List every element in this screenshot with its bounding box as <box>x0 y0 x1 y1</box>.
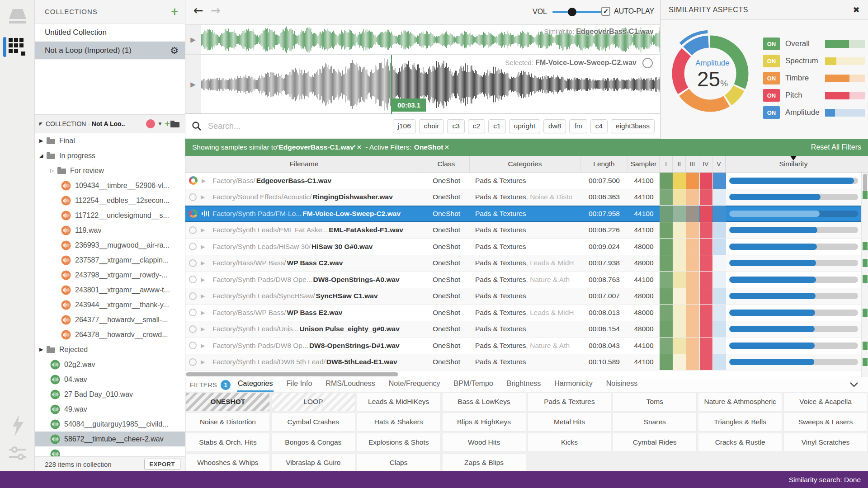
tree-folder-item[interactable]: ▶Rejected <box>35 342 185 357</box>
tree-expand-arrow[interactable]: ◢ <box>39 153 47 159</box>
aspect-weight-slider[interactable] <box>825 109 865 117</box>
column-header-class[interactable]: Class <box>423 156 470 172</box>
collapse-panel-chevron-icon[interactable] <box>850 382 858 387</box>
collection-color-dot[interactable] <box>146 119 155 128</box>
tree-file-item[interactable]: 27 Bad Day_010.wav <box>35 387 185 402</box>
search-tag-chip[interactable]: dw8 <box>543 119 566 133</box>
category-button[interactable]: Whooshes & Whips <box>186 454 269 472</box>
filter-tab-file-info[interactable]: File Info <box>285 378 313 392</box>
filter-tab-rms-loudness[interactable]: RMS/Loudness <box>325 378 376 392</box>
search-tag-chip[interactable]: choir <box>419 119 444 133</box>
search-tag-chip[interactable]: j106 <box>393 119 416 133</box>
category-button[interactable]: Zaps & Blips <box>443 454 526 472</box>
row-play-icon[interactable]: ▶ <box>201 343 205 349</box>
category-button[interactable]: Claps <box>357 454 440 472</box>
collection-item-selected[interactable]: Not a Loop (Imported) (1) ⚙ <box>35 42 185 60</box>
tree-folder-item[interactable]: ▶Final <box>35 133 185 148</box>
remove-similarity-filter-icon[interactable]: ✕ <box>356 144 362 151</box>
play-selected-button[interactable]: ▶ <box>185 55 201 113</box>
export-button[interactable]: EXPORT <box>144 459 180 470</box>
category-button[interactable]: Metal Hits <box>528 413 611 431</box>
row-select-circle[interactable] <box>189 342 197 349</box>
aspect-weight-slider[interactable] <box>825 40 865 48</box>
row-select-circle[interactable] <box>189 309 197 316</box>
table-row[interactable]: Factory/Synth Pads/FM-Lo...FM-Voice-Low-… <box>185 206 868 222</box>
column-header-length[interactable]: Length <box>580 156 628 172</box>
row-select-circle[interactable] <box>189 243 197 250</box>
tree-file-item[interactable]: 58672__timtube__cheer-2.wav <box>35 432 185 446</box>
tree-expand-arrow[interactable]: ▶ <box>39 347 47 352</box>
table-row[interactable]: ▶Factory/Synth Leads/EML Fat Aske...EML-… <box>185 222 868 239</box>
aspect-on-toggle[interactable]: ON <box>763 106 780 119</box>
heat-column-letter[interactable]: IV <box>699 156 712 172</box>
add-folder-button[interactable]: + <box>165 119 179 129</box>
column-header-filename[interactable]: Filename <box>185 156 423 172</box>
tree-file-item[interactable]: 54084__guitarguy1985__civild... <box>35 417 185 432</box>
tree-expand-arrow[interactable]: ▶ <box>39 138 47 144</box>
aspect-weight-slider[interactable] <box>825 57 865 65</box>
aspect-on-toggle[interactable]: ON <box>763 89 780 102</box>
tree-file-item[interactable]: 117122__unclesigmund__s... <box>35 208 185 223</box>
vertical-scrollbar[interactable] <box>861 173 868 377</box>
category-button[interactable]: Cymbal Crashes <box>272 413 355 431</box>
row-play-icon[interactable]: ▶ <box>201 227 205 233</box>
remove-oneshot-filter-icon[interactable]: ✕ <box>444 144 449 151</box>
table-row[interactable]: ▶Factory/Synth Leads/DW8 5th Lead/ DW8-5… <box>185 354 868 371</box>
tree-file-item[interactable]: 119.wav <box>35 223 185 238</box>
filter-tab-bpm-tempo[interactable]: BPM/Tempo <box>453 378 494 392</box>
autoplay-control[interactable]: ✓ AUTO-PLAY <box>601 7 654 16</box>
lightning-icon[interactable] <box>0 415 35 436</box>
collection-tree-header[interactable]: ◤ COLLECTION - Not A Loo.. ▼ + <box>35 114 185 133</box>
column-header-heat[interactable]: IIIIIIIVV <box>660 156 726 172</box>
tree-file-item[interactable]: 236993__mugwood__air-ra... <box>35 238 185 253</box>
search-tag-chip[interactable]: upright <box>509 119 540 133</box>
table-row[interactable]: ▶Factory/Bass/WP Bass/ WP Bass E2.wavOne… <box>185 305 868 321</box>
tree-file-item[interactable]: 243944__xtrgamr__thank-y... <box>35 297 185 312</box>
filter-tab-harmonicity[interactable]: Harmonicity <box>553 378 593 392</box>
heat-column-letter[interactable]: I <box>660 156 673 172</box>
table-row[interactable]: ▶Factory/Bass/ EdgeoverBass-C1.wavOneSho… <box>185 173 868 189</box>
tree-file-item[interactable]: 02g2.wav <box>35 357 185 372</box>
category-button[interactable]: Pads & Textures <box>528 393 611 411</box>
category-button[interactable]: Stabs & Orch. Hits <box>186 433 269 451</box>
horizontal-scrollbar-thumb[interactable] <box>186 372 398 376</box>
aspect-weights-donut-chart[interactable] <box>660 20 764 128</box>
tree-file-item[interactable] <box>35 446 185 456</box>
gear-icon[interactable]: ⚙ <box>170 45 179 56</box>
table-row[interactable]: ▶Factory/Synth Pads/DW8 Ope... DW8-OpenS… <box>185 272 868 288</box>
search-tag-chip[interactable]: c2 <box>468 119 485 133</box>
volume-knob[interactable] <box>568 8 576 16</box>
row-play-icon[interactable]: ▶ <box>202 178 206 184</box>
filter-tab-categories[interactable]: Categories <box>237 378 274 392</box>
tree-file-item[interactable]: 109434__timbre__52906-vl... <box>35 178 185 193</box>
row-select-circle[interactable] <box>189 226 197 234</box>
category-button[interactable]: Vinyl Scratches <box>784 433 867 451</box>
column-header-categories[interactable]: Categories <box>470 156 580 172</box>
category-button[interactable]: Explosions & Shots <box>357 433 440 451</box>
filter-tab-noisiness[interactable]: Noisiness <box>605 378 638 392</box>
back-arrow-button[interactable]: ← <box>193 4 203 17</box>
reset-all-filters-button[interactable]: Reset All Filters <box>811 143 861 151</box>
tree-file-item[interactable]: 264377__howardv__small-... <box>35 312 185 327</box>
tree-folder-item[interactable]: ◢In progress <box>35 148 185 163</box>
table-row[interactable]: ▶Factory/Bass/WP Bass/ WP Bass C2.wavOne… <box>185 255 868 272</box>
close-icon[interactable]: ✖ <box>853 5 860 14</box>
category-button[interactable]: Hats & Shakers <box>357 413 440 431</box>
tree-file-item[interactable]: 04.wav <box>35 372 185 387</box>
search-tag-chip[interactable]: fm <box>569 119 587 133</box>
category-button[interactable]: Noise & Distortion <box>186 413 269 431</box>
category-button[interactable]: Blips & HighKeys <box>443 413 526 431</box>
tree-folder-item[interactable]: ▷For review <box>35 163 185 178</box>
table-row[interactable]: ▶Factory/Synth Leads/Unis...Unison Pulse… <box>185 321 868 338</box>
search-tag-chip[interactable]: eight3bass <box>611 119 655 133</box>
library-icon[interactable] <box>0 8 35 25</box>
category-button[interactable]: Triangles & Bells <box>698 413 782 431</box>
row-select-circle[interactable] <box>189 259 197 267</box>
filter-tab-brightness[interactable]: Brightness <box>506 378 542 392</box>
table-row[interactable]: ▶Factory/Synth Pads/DW8 Op... DW8-OpenSt… <box>185 338 868 354</box>
aspect-on-toggle[interactable]: ON <box>763 72 780 84</box>
row-select-circle[interactable] <box>189 325 197 333</box>
settings-sliders-icon[interactable] <box>0 445 35 461</box>
tree-file-item[interactable]: 237587__xtrgamr__clappin... <box>35 253 185 267</box>
heat-column-letter[interactable]: V <box>712 156 726 172</box>
